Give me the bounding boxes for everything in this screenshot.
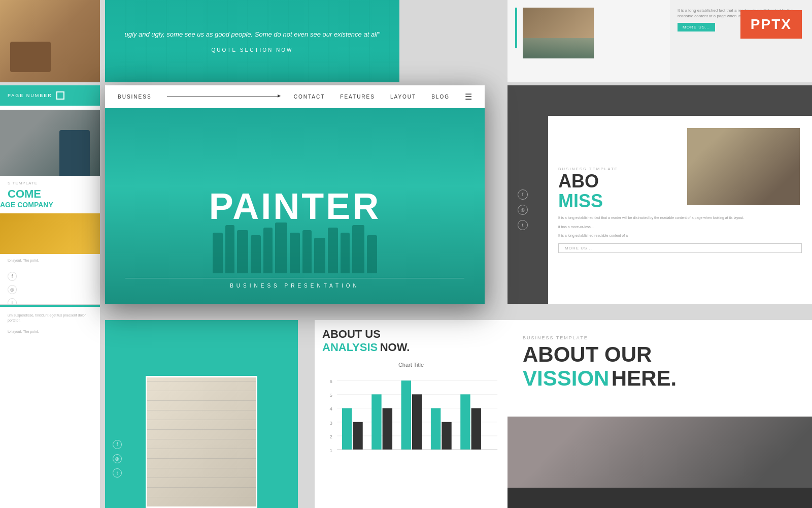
person-4 <box>251 235 261 273</box>
bot-twitter-icon[interactable]: t <box>113 468 122 478</box>
person-2 <box>225 225 234 273</box>
svg-rect-16 <box>401 380 411 450</box>
bot-social-icons: f ◎ t <box>113 440 122 478</box>
nav-business[interactable]: BUSINESS <box>118 94 152 100</box>
bot-left-lorem2: to layout. The point. <box>0 329 100 334</box>
svg-rect-17 <box>412 394 422 450</box>
notebook-photo <box>146 376 257 508</box>
lorem-mid-1: It is a long established fact that a rea… <box>558 215 802 220</box>
hero-title: PAINTER <box>209 185 381 227</box>
svg-rect-13 <box>353 422 362 450</box>
lorem-small: to layout. The point. <box>0 254 100 267</box>
company-text: AGE COMPANY <box>0 200 100 209</box>
card-bot-center-left: f ◎ t <box>105 320 298 508</box>
vission-text: VISSION <box>523 366 609 390</box>
card-bot-left: um suspendisse, tincidunt eget tus praes… <box>0 305 100 508</box>
bot-right-bt-label: BUSINESS TEMPLATE <box>523 335 797 340</box>
analysis-line: ANALYSIS NOW. <box>322 341 500 354</box>
card-top-right: It is a long established fact that a rea… <box>507 0 812 82</box>
nav-layout[interactable]: LAYOUT <box>390 94 416 100</box>
lorem-mid-2: it has a more-or-less... <box>558 225 802 230</box>
vision-line: VISSION HERE. <box>523 366 797 391</box>
svg-text:3: 3 <box>330 420 332 426</box>
svg-text:2: 2 <box>330 434 332 439</box>
food-image <box>0 213 100 254</box>
welcome-text: COME <box>0 185 100 200</box>
about-us-title: ABOUT US <box>322 328 500 341</box>
here-text-val: HERE. <box>612 366 676 390</box>
person-13 <box>367 235 377 273</box>
svg-rect-15 <box>383 408 392 450</box>
lorem-mid-3: It is a long established readable conten… <box>558 233 802 238</box>
person-silhouette <box>59 130 90 176</box>
social-side-icons: f ◎ t <box>518 189 528 230</box>
quote-section-label: QUOTE SECTION NOW <box>212 47 293 53</box>
teal-line <box>515 8 517 48</box>
instagram-icon[interactable]: ◎ <box>8 285 17 294</box>
dark-side-bar: f ◎ t <box>507 116 548 304</box>
card-top-left <box>0 0 100 82</box>
teal-overlay: ugly and ugly, some see us as good peopl… <box>105 0 399 82</box>
card-bot-center-right: ABOUT US ANALYSIS NOW. Chart Title 6 5 4… <box>315 320 507 508</box>
now-text: NOW. <box>380 341 410 354</box>
nav-contact[interactable]: CONTACT <box>294 94 325 100</box>
hamburger-icon[interactable]: ☰ <box>465 92 472 102</box>
person-11 <box>341 233 350 273</box>
bot-instagram-icon[interactable]: ◎ <box>113 454 122 463</box>
social-icons: f ◎ t <box>0 267 100 304</box>
nav-features[interactable]: FEATURES <box>340 94 375 100</box>
person-5 <box>263 228 273 273</box>
dark-top-bar <box>507 85 812 116</box>
nav-arrow-icon <box>167 97 279 97</box>
svg-text:4: 4 <box>330 406 333 411</box>
sub-image <box>0 110 100 176</box>
person-9 <box>314 238 325 273</box>
chart-svg: 6 5 4 3 2 1 <box>322 372 500 463</box>
card-bot-right: BUSINESS TEMPLATE ABOUT OUR VISSION HERE… <box>507 320 812 508</box>
svg-rect-18 <box>431 408 441 450</box>
lorem-text-1: um suspendisse, tincidunt eget tus praes… <box>8 313 86 322</box>
facebook-side-icon[interactable]: f <box>518 189 528 200</box>
card-top-center: ugly and ugly, some see us as good peopl… <box>105 0 399 82</box>
person-image <box>0 0 100 82</box>
person-12 <box>352 225 364 273</box>
chart-area: Chart Title 6 5 4 3 2 1 <box>322 362 500 465</box>
facebook-icon[interactable]: f <box>8 272 17 281</box>
hero-line <box>125 278 464 278</box>
nav-blog[interactable]: BLOG <box>431 94 450 100</box>
hero-area: PAINTER BUSINESS PRESENTATION <box>105 108 485 304</box>
svg-rect-20 <box>460 394 470 450</box>
photo-thumbnail <box>523 8 594 58</box>
person-8 <box>302 230 312 273</box>
svg-text:5: 5 <box>330 392 332 398</box>
svg-rect-19 <box>442 422 451 450</box>
top-right-left <box>507 0 670 82</box>
bot-facebook-icon[interactable]: f <box>113 440 122 449</box>
person-10 <box>328 228 338 273</box>
svg-rect-12 <box>342 408 352 450</box>
chart-title: Chart Title <box>322 362 500 368</box>
card-mid-left: PAGE NUMBER S TEMPLATE COME AGE COMPANY … <box>0 85 100 304</box>
lorem-text-2: to layout. The point. <box>8 330 39 333</box>
card-mid-right: f ◎ t BUSINESS TEMPLATE ABO MISS It is a… <box>507 85 812 304</box>
nav-bar: BUSINESS CONTACT FEATURES LAYOUT BLOG ☰ <box>105 85 485 108</box>
twitter-side-icon[interactable]: t <box>518 220 528 230</box>
preview-grid: ugly and ugly, some see us as good peopl… <box>0 0 812 508</box>
page-number-section: PAGE NUMBER <box>0 85 100 106</box>
hero-subtitle: BUSINESS PRESENTATION <box>105 283 485 289</box>
mid-right-content: f ◎ t BUSINESS TEMPLATE ABO MISS It is a… <box>507 116 812 304</box>
more-us-btn-2[interactable]: MORE US... <box>558 243 802 253</box>
laptop-photo <box>507 417 812 508</box>
more-us-button[interactable]: MORE US... <box>678 23 715 31</box>
instagram-side-icon[interactable]: ◎ <box>518 205 528 215</box>
card-main-center: BUSINESS CONTACT FEATURES LAYOUT BLOG ☰ <box>105 85 485 304</box>
page-number-label: PAGE NUMBER <box>8 93 52 98</box>
svg-rect-14 <box>371 394 381 450</box>
person-1 <box>213 233 223 273</box>
analysis-title: ANALYSIS <box>322 341 378 354</box>
pptx-badge: PPTX <box>740 10 802 39</box>
template-label: S TEMPLATE <box>0 176 100 185</box>
svg-text:1: 1 <box>330 448 332 453</box>
twitter-icon[interactable]: t <box>8 298 17 304</box>
page-number-box <box>56 91 64 100</box>
